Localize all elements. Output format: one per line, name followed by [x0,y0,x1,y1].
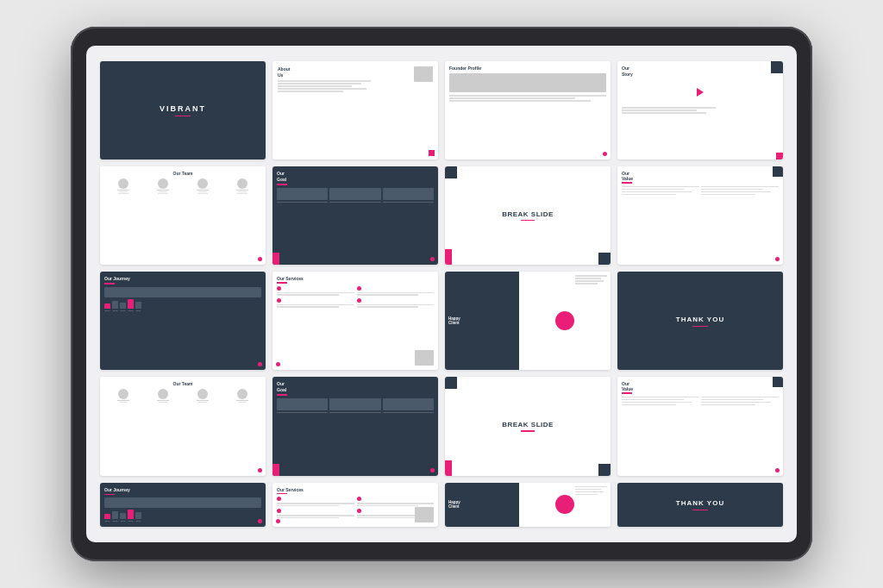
value-line [701,194,755,196]
break-title: BREAK SLIDE [502,210,554,218]
play-icon[interactable] [697,88,704,97]
slide-happy-client-2[interactable]: Happy Client [445,483,611,528]
team-avatar [197,389,208,399]
service-line [357,294,419,296]
team-desc [198,191,207,192]
slide-our-value-2[interactable]: Our Value [617,377,783,475]
content-line [278,83,361,84]
team-title: Our Team [104,381,261,386]
services-title: Our Services [277,276,434,281]
content-line [449,100,591,102]
slide-our-story[interactable]: Our Story [617,61,783,160]
goal-subtitle: Goal [277,387,434,392]
team-name [157,400,169,401]
team-avatar [158,178,168,189]
service-dot [357,298,361,303]
service-line [357,503,435,504]
vibrant-title: VIBRANT [160,104,206,113]
slide-vibrant[interactable]: VIBRANT [100,61,266,160]
content-line [449,97,575,99]
break-underline [521,220,535,222]
value-line [622,194,676,196]
slide-thankyou-1[interactable]: THANK YOU [617,272,783,370]
accent-dot [258,362,262,366]
team-desc [238,402,247,403]
team-member [104,389,142,403]
dark-corner-tl [445,166,457,178]
value-line [622,186,699,188]
pink-bar [277,282,287,284]
slide-our-services-1[interactable]: Our Services [272,272,438,370]
slide-our-goal-1[interactable]: Our Goal [272,166,438,265]
pink-left-bar [445,249,452,265]
service-line [357,304,435,306]
services-title-2: Our Services [277,487,434,492]
about-subtitle: Us [278,72,433,78]
team-member [104,178,142,194]
thankyou-underline [692,326,708,328]
slide-our-journey-1[interactable]: Our Journey 2017 2018 201 [100,272,266,370]
happy-line [575,278,601,279]
journey-bar [128,299,134,309]
slide-our-value-1[interactable]: Our Value [617,166,783,265]
slide-thankyou-2[interactable]: THANK YOU [617,483,783,528]
pink-bar [277,394,287,396]
team-member [184,389,222,403]
content-line [278,88,366,90]
value-line [701,402,771,403]
value-subtitle: Value [622,386,779,391]
goal-title: Our [277,171,434,176]
journey-bar-2 [120,513,126,519]
team-desc [159,402,167,403]
slide-break-2[interactable]: BREAK SLIDE [445,377,611,475]
team-desc [159,191,167,192]
slide-our-team-1[interactable]: Our Team [100,166,266,265]
dark-corner-tl [445,377,457,389]
happy-client-label-2: Client [448,504,516,509]
slide-our-goal-2[interactable]: Our Goal [272,377,438,475]
goal-img [383,398,434,410]
journey-bar-2 [104,514,110,519]
accent-dot [258,257,262,261]
slide-founder-profile[interactable]: Founder Profile [445,61,611,160]
dark-corner [771,61,783,73]
break-title-2: BREAK SLIDE [502,421,554,428]
goal-img [329,188,380,200]
about-title: About [278,66,433,72]
dark-corner-br [598,464,611,476]
slide-break-1[interactable]: BREAK SLIDE [445,166,611,265]
happy-line [575,275,607,277]
team-avatar [118,178,128,189]
goal-img [277,398,328,410]
slide-our-services-2[interactable]: Our Services [272,483,438,528]
service-dot [357,497,361,501]
slide-about-us[interactable]: About Us [272,61,438,160]
pink-bar [622,182,632,184]
service-line [277,292,354,294]
service-line [357,517,419,519]
slide-happy-client-1[interactable]: Happy Client [445,272,611,370]
team-avatar [197,178,208,189]
team-desc [119,191,128,192]
slide-our-journey-2[interactable]: Our Journey 2017 2018 2019 [100,483,266,528]
slide-our-team-2[interactable]: Our Team [100,377,266,475]
break-content: BREAK SLIDE [502,210,554,222]
happy-circle [555,311,574,330]
journey-title: Our Journey [104,276,261,281]
goal-img [329,398,380,410]
service-line [357,505,419,507]
year-label: 2018 [113,310,118,312]
service-line [277,505,339,507]
value-line [701,399,763,401]
happy-line [575,280,604,282]
service-line [277,515,354,516]
accent-square [429,150,435,156]
thankyou-text: THANK YOU [676,316,724,323]
journey-bar [112,301,118,309]
team-member [144,389,182,403]
happy-light-panel [519,272,611,370]
journey-bar [135,302,141,309]
service-line [277,503,354,504]
image-placeholder [414,66,433,82]
content-line [622,112,706,114]
